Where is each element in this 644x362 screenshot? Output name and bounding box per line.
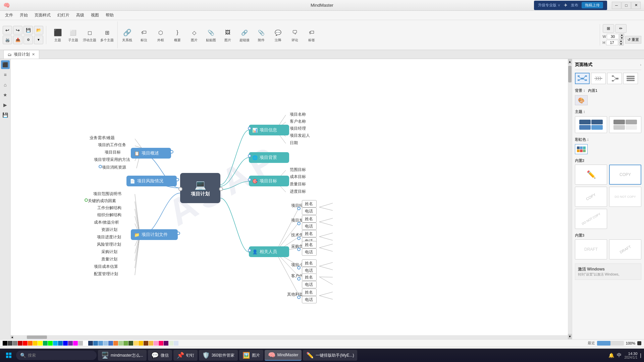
left-panel-home-btn[interactable]: ⌂ (1, 80, 10, 89)
taskbar-mindmaster[interactable]: 🧠 MindMaster (265, 350, 302, 361)
color-darkgreen[interactable] (128, 341, 133, 346)
fullscreen-btn[interactable] (637, 341, 641, 345)
left-panel-list-btn[interactable]: ≡ (1, 70, 10, 79)
menu-slideshow[interactable]: 幻灯片 (54, 11, 73, 19)
color-brightblue[interactable] (63, 341, 68, 346)
do-not-copy-diag-btn[interactable]: DO NOT COPY (575, 209, 607, 229)
scroll-down-btn[interactable]: ▼ (568, 334, 572, 339)
summary-btn[interactable]: } 概要 (170, 26, 185, 44)
taskbar-wechat[interactable]: 💬 微信 (148, 350, 172, 361)
color-lightblue2[interactable] (103, 341, 108, 346)
layout-btn[interactable]: ⊞ (603, 24, 614, 33)
height-up-btn[interactable]: ▲ (619, 40, 624, 43)
theme-asap-2[interactable] (609, 116, 641, 133)
left-panel-star-btn[interactable]: ★ (1, 90, 10, 99)
color-cornblue[interactable] (108, 341, 113, 346)
copy-effect-btn[interactable]: COPY (609, 165, 641, 185)
close-button[interactable]: ✕ (631, 2, 641, 9)
color-hotpink[interactable] (159, 341, 163, 346)
share-icon[interactable]: ✈ (564, 3, 568, 8)
print-button[interactable]: 🖨️ (3, 36, 12, 44)
edit-btn[interactable]: ✏ (615, 24, 627, 33)
branch-target[interactable]: 🎯 项目目标 (249, 176, 289, 186)
hyperlink-btn[interactable]: 🔗 超链接 (237, 26, 252, 44)
color-yellow[interactable] (33, 341, 38, 346)
draft-btn[interactable]: DRAFT (575, 239, 607, 259)
color-navy[interactable] (88, 341, 93, 346)
taskbar-notification[interactable]: 🔔 (608, 353, 614, 358)
color-magenta[interactable] (73, 341, 78, 346)
color-black[interactable] (3, 341, 7, 346)
taskbar-photos[interactable]: 🖼️ 图片 (239, 350, 263, 361)
layout-left-btn[interactable] (607, 73, 622, 84)
color-tan[interactable] (149, 341, 153, 346)
boundary-btn[interactable]: ⬡ 外框 (153, 26, 168, 44)
central-node[interactable]: 💻 项目计划 (180, 173, 220, 203)
reset-btn[interactable]: ↺ 重置 (625, 36, 641, 44)
attachment-btn[interactable]: 📎 附件 (254, 26, 269, 44)
left-panel-video-btn[interactable]: ▶ (1, 101, 10, 109)
color-darkpurple[interactable] (164, 341, 168, 346)
zoom-slider[interactable] (597, 341, 624, 346)
cloud-upload-btn[interactable]: 拖稿上传 (582, 2, 603, 8)
start-button[interactable] (3, 350, 15, 361)
float-topic-btn[interactable]: ◻ 浮动主题 (81, 26, 98, 44)
height-input[interactable] (606, 40, 618, 45)
color-medgreen[interactable] (123, 341, 128, 346)
tag-btn[interactable]: 🏷 标签 (304, 26, 319, 44)
share-button[interactable]: ⚙ (23, 36, 33, 44)
branch-bg[interactable]: 🌐 项目背景 (249, 152, 289, 163)
minimize-button[interactable]: ─ (612, 2, 621, 9)
color-gray[interactable] (13, 341, 17, 346)
color-selector-btn[interactable] (575, 144, 588, 154)
branch-people[interactable]: 👤 相关人员 (249, 246, 289, 257)
color-red[interactable] (23, 341, 28, 346)
branch-files[interactable]: 📁 项目计划文件 (131, 229, 178, 240)
copy-diagonal-btn[interactable]: COPY (575, 187, 607, 207)
main-tab[interactable]: 🗂 项目计划 ✕ (3, 50, 39, 59)
layout-fishbone-btn[interactable] (591, 73, 606, 84)
left-panel-main-btn[interactable]: ⬛ (1, 60, 10, 69)
menu-help[interactable]: 帮助 (102, 11, 117, 19)
menu-page-style[interactable]: 页面样式 (31, 11, 54, 19)
panel-collapse-btn[interactable]: › (640, 63, 641, 67)
settings-button[interactable]: ▼ (34, 36, 43, 44)
menu-advanced[interactable]: 高级 (73, 11, 88, 19)
layout-list-btn[interactable] (623, 73, 638, 84)
taskbar-mindmaster-howto[interactable]: 🖥️ mindmaster怎么... (98, 350, 147, 361)
branch-risk[interactable]: 📄 项目风险情况 (126, 176, 177, 186)
sticker-btn[interactable]: 📎 贴贴图 (204, 26, 218, 44)
scroll-left-btn[interactable]: ◄ (11, 336, 13, 339)
color-brown[interactable] (144, 341, 148, 346)
color-green[interactable] (43, 341, 48, 346)
bg-preview-btn[interactable]: 🎨 (575, 95, 588, 105)
taskbar-show-desktop[interactable]: | (640, 353, 641, 358)
save-button[interactable]: 💾 (23, 26, 33, 35)
color-darkred[interactable] (18, 341, 22, 346)
left-panel-save-btn[interactable]: 💾 (1, 111, 10, 119)
pen-effect-btn[interactable]: ✏️ (575, 165, 607, 185)
color-darkgray1[interactable] (8, 341, 12, 346)
do-not-copy-btn[interactable]: DO NOT COPY (609, 187, 641, 207)
color-orange[interactable] (28, 341, 33, 346)
sub-topic-btn[interactable]: ⬜ 子主题 (66, 26, 80, 44)
menu-file[interactable]: 文件 (2, 11, 16, 19)
theme-asap-1[interactable] (575, 116, 607, 133)
taskbar-search[interactable]: 🔍 搜索 (16, 351, 97, 360)
width-up-btn[interactable]: ▲ (620, 34, 624, 37)
color-darkblue[interactable] (93, 341, 98, 346)
color-paleblue[interactable] (174, 341, 178, 346)
menu-start[interactable]: 开始 (16, 11, 31, 19)
width-input[interactable] (607, 34, 619, 39)
color-midblue[interactable] (98, 341, 103, 346)
color-brightgreen[interactable] (48, 341, 53, 346)
color-white[interactable] (83, 341, 88, 346)
color-palegreen[interactable] (169, 341, 173, 346)
redo-button[interactable]: ↪ (13, 26, 22, 35)
height-down-btn[interactable]: ▼ (619, 43, 624, 46)
color-gold[interactable] (139, 341, 143, 346)
export-button[interactable]: 📤 (13, 36, 22, 44)
draft-diag-btn[interactable]: DRAFT (609, 239, 641, 259)
color-lightgreen[interactable] (118, 341, 123, 346)
taskbar-language[interactable]: 中 (617, 352, 622, 358)
